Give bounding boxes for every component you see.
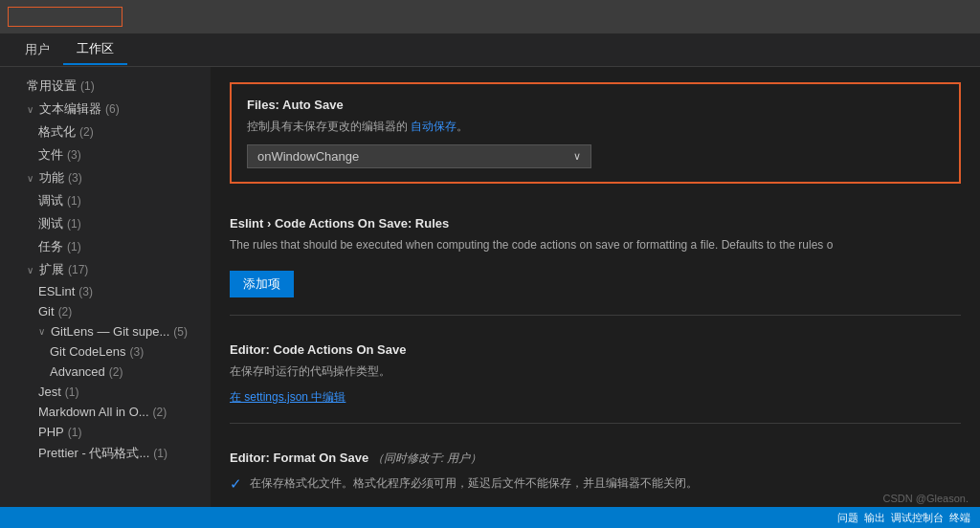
sidebar-item-count: (1): [153, 447, 167, 460]
sidebar-item-count: (1): [65, 385, 79, 399]
sidebar-item-count: (2): [79, 125, 94, 139]
sidebar-item-jest[interactable]: Jest (1): [0, 382, 211, 402]
format-checkbox-row: ✓ 在保存格式化文件。格式化程序必须可用，延迟后文件不能保存，并且编辑器不能关闭…: [230, 474, 961, 493]
sidebar: 常用设置 (1) ∨ 文本编辑器 (6) 格式化 (2) 文件 (3) ∨ 功能…: [0, 67, 211, 528]
sidebar-item-count: (2): [153, 406, 167, 419]
divider-2: [230, 423, 961, 424]
eslint-code-actions-card: Eslint › Code Actions On Save: Rules The…: [230, 203, 961, 311]
content-area: Files: Auto Save 控制具有未保存更改的编辑器的 自动保存。 on…: [211, 67, 980, 528]
sidebar-item-extensions[interactable]: ∨ 扩展 (17): [0, 258, 211, 281]
chevron-down-icon: ∨: [573, 150, 581, 163]
sidebar-item-count: (3): [78, 285, 93, 298]
sidebar-item-count: (6): [105, 102, 120, 116]
bottom-bar-items: 问题 输出 调试控制台 终端: [837, 511, 970, 525]
tab-workspace[interactable]: 工作区: [63, 34, 127, 65]
sidebar-item-count: (1): [68, 426, 82, 439]
sidebar-item-label: 测试: [38, 215, 63, 232]
sidebar-item-gitlens[interactable]: ∨ GitLens — Git supe... (5): [0, 321, 211, 341]
sidebar-item-label: GitLens — Git supe...: [51, 324, 169, 339]
sidebar-item-eslint[interactable]: ESLint (3): [0, 281, 211, 301]
sidebar-item-files[interactable]: 文件 (3): [0, 143, 211, 166]
sidebar-item-count: (2): [58, 305, 73, 319]
sidebar-item-label: 扩展: [39, 261, 64, 278]
sidebar-item-label: Git CodeLens: [50, 344, 126, 359]
auto-save-dropdown[interactable]: onWindowChange ∨: [247, 144, 591, 168]
sidebar-item-php[interactable]: PHP (1): [0, 422, 211, 442]
sidebar-item-label: 文本编辑器: [39, 100, 101, 118]
search-input[interactable]: save: [8, 7, 122, 27]
sidebar-item-count: (3): [67, 148, 81, 162]
editor-code-actions-card: Editor: Code Actions On Save 在保存时运行的代码操作…: [230, 329, 961, 419]
sidebar-item-features[interactable]: ∨ 功能 (3): [0, 166, 211, 189]
sidebar-item-label: 任务: [38, 238, 63, 255]
sidebar-item-count: (1): [67, 194, 81, 208]
files-auto-save-title: Files: Auto Save: [247, 98, 944, 112]
sidebar-item-git[interactable]: Git (2): [0, 301, 211, 321]
sidebar-item-count: (17): [68, 263, 88, 276]
main-layout: 常用设置 (1) ∨ 文本编辑器 (6) 格式化 (2) 文件 (3) ∨ 功能…: [0, 67, 980, 528]
sidebar-item-label: Git: [38, 304, 55, 319]
format-title-italic: （同时修改于: 用户）: [372, 451, 482, 465]
bottom-bar: 问题 输出 调试控制台 终端: [0, 507, 980, 528]
divider-1: [230, 315, 961, 316]
chevron-icon: ∨: [38, 326, 45, 337]
editor-code-actions-desc: 在保存时运行的代码操作类型。: [230, 363, 961, 380]
sidebar-item-label: PHP: [38, 425, 64, 439]
format-title-text: Editor: Format On Save: [230, 451, 368, 465]
sidebar-item-debug[interactable]: 调试 (1): [0, 189, 211, 212]
chevron-icon: ∨: [27, 173, 33, 184]
sidebar-item-markdown[interactable]: Markdown All in O... (2): [0, 402, 211, 422]
dropdown-value: onWindowChange: [257, 149, 359, 164]
sidebar-item-label: 功能: [39, 169, 64, 187]
sidebar-item-git-codelens[interactable]: Git CodeLens (3): [0, 341, 211, 362]
sidebar-item-count: (3): [130, 345, 145, 359]
sidebar-item-text-editor[interactable]: ∨ 文本编辑器 (6): [0, 98, 211, 121]
files-auto-save-card: Files: Auto Save 控制具有未保存更改的编辑器的 自动保存。 on…: [230, 82, 961, 184]
chevron-icon: ∨: [27, 265, 33, 275]
sidebar-item-test[interactable]: 测试 (1): [0, 212, 211, 235]
sidebar-item-common[interactable]: 常用设置 (1): [0, 75, 211, 98]
sidebar-item-count: (2): [109, 365, 123, 379]
sidebar-item-label: 文件: [38, 146, 63, 164]
watermark: CSDN @Gleason.: [883, 493, 969, 504]
edit-settings-json-link[interactable]: 在 settings.json 中编辑: [230, 390, 345, 404]
sidebar-item-advanced[interactable]: Advanced (2): [0, 362, 211, 382]
auto-save-link[interactable]: 自动保存: [411, 120, 457, 133]
sidebar-item-label: Markdown All in O...: [38, 405, 149, 419]
files-auto-save-desc: 控制具有未保存更改的编辑器的 自动保存。: [247, 118, 944, 135]
sidebar-item-label: 格式化: [38, 123, 76, 141]
sidebar-item-count: (1): [67, 217, 81, 231]
tab-bar: 用户 工作区: [0, 33, 980, 67]
eslint-desc: The rules that should be executed when c…: [230, 236, 961, 253]
sidebar-item-label: 调试: [38, 192, 63, 209]
editor-code-actions-title: Editor: Code Actions On Save: [230, 342, 961, 357]
sidebar-item-count: (3): [68, 171, 82, 185]
desc-text-prefix: 控制具有未保存更改的编辑器的: [247, 120, 411, 133]
sidebar-item-format[interactable]: 格式化 (2): [0, 121, 211, 143]
sidebar-item-count: (5): [173, 325, 188, 339]
sidebar-item-tasks[interactable]: 任务 (1): [0, 235, 211, 258]
checkbox-checked-icon[interactable]: ✓: [230, 475, 242, 493]
sidebar-item-label: Advanced: [50, 364, 105, 379]
add-item-button[interactable]: 添加项: [230, 271, 294, 297]
top-bar: save: [0, 0, 980, 33]
editor-format-on-save-card: Editor: Format On Save （同时修改于: 用户） ✓ 在保存…: [230, 437, 961, 506]
tab-user[interactable]: 用户: [11, 35, 63, 64]
sidebar-item-label: Jest: [38, 385, 61, 399]
sidebar-item-count: (1): [67, 240, 81, 253]
sidebar-item-label: ESLint: [38, 284, 75, 298]
format-checkbox-label: 在保存格式化文件。格式化程序必须可用，延迟后文件不能保存，并且编辑器不能关闭。: [250, 474, 698, 492]
sidebar-item-label: 常用设置: [27, 77, 77, 95]
chevron-icon: ∨: [27, 104, 33, 115]
desc-text-suffix: 。: [457, 120, 468, 133]
sidebar-item-prettier[interactable]: Prettier - 代码格式... (1): [0, 442, 211, 465]
editor-format-title: Editor: Format On Save （同时修改于: 用户）: [230, 451, 961, 467]
sidebar-item-label: Prettier - 代码格式...: [38, 445, 149, 462]
sidebar-item-count: (1): [80, 79, 95, 93]
eslint-title: Eslint › Code Actions On Save: Rules: [230, 216, 961, 231]
